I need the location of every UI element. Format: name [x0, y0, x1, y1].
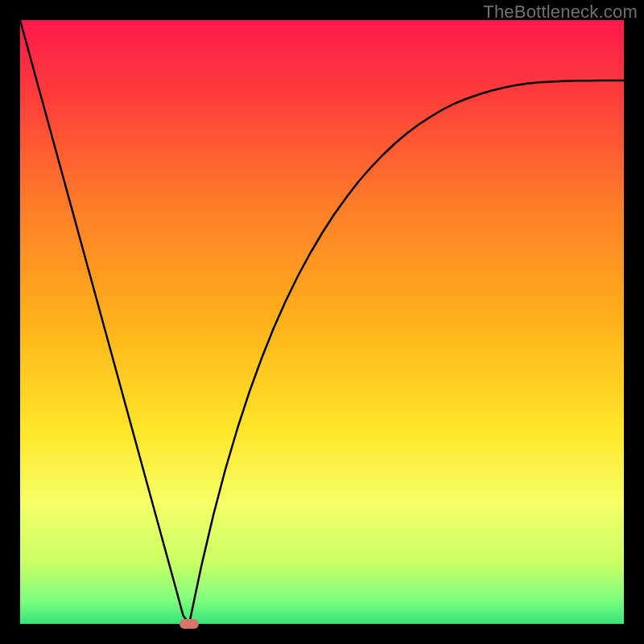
bottleneck-curve: [20, 20, 624, 624]
curve-layer: [20, 20, 624, 624]
plot-area: [20, 20, 624, 624]
outer-frame: TheBottleneck.com: [0, 0, 644, 644]
optimum-marker: [180, 619, 199, 629]
watermark-text: TheBottleneck.com: [483, 2, 638, 23]
